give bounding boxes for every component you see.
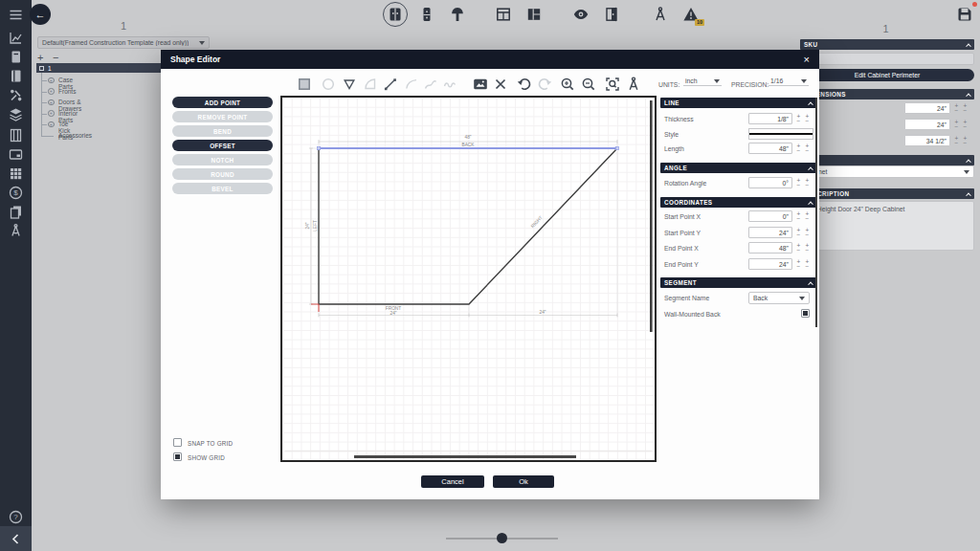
tall-cabinet-tool-icon[interactable] xyxy=(418,6,435,23)
delete-tool-icon[interactable] xyxy=(492,76,509,93)
dimension-depth-field[interactable]: 24" xyxy=(904,119,950,130)
start-point-x-field[interactable]: 0" xyxy=(748,210,792,222)
door-tool-icon[interactable] xyxy=(603,6,620,23)
add-point-button[interactable]: ADD POINT xyxy=(172,97,273,108)
layers-icon[interactable] xyxy=(8,106,24,122)
room-layout-tool-icon[interactable] xyxy=(525,6,543,23)
angle-section-header[interactable]: ANGLE xyxy=(660,163,816,173)
cabinet-icon[interactable] xyxy=(8,127,24,143)
dimensions-section-header[interactable]: DIMENSIONS xyxy=(800,89,974,99)
type-section-header[interactable] xyxy=(800,155,974,165)
tree-add-button[interactable]: + xyxy=(37,52,43,63)
expand-icon[interactable]: + xyxy=(48,88,55,95)
thickness-stepper[interactable] xyxy=(795,113,811,124)
precision-select[interactable]: 1/16 xyxy=(768,77,809,86)
shape-outline[interactable] xyxy=(319,148,617,304)
undo-icon[interactable] xyxy=(516,76,533,93)
edit-cabinet-perimeter-button[interactable]: Edit Cabinet Perimeter xyxy=(800,69,974,81)
end-point-y-field[interactable]: 24" xyxy=(748,258,792,270)
canvas-vertical-scrollbar[interactable] xyxy=(650,100,653,332)
bevel-button[interactable]: BEVEL xyxy=(172,183,273,194)
template-dropdown[interactable]: Default(Framed Construction Template (re… xyxy=(37,36,210,49)
dimension-height-field[interactable]: 34 1/2" xyxy=(904,135,950,146)
tree-remove-button[interactable]: − xyxy=(53,52,58,63)
dimension-stepper[interactable] xyxy=(953,119,969,130)
description-section-header[interactable]: DESCRIPTION xyxy=(800,188,974,199)
collapse-box-icon[interactable] xyxy=(39,66,44,71)
coordinates-section-header[interactable]: COORDINATES xyxy=(660,197,816,208)
canvas-horizontal-scrollbar[interactable] xyxy=(354,455,576,458)
vertex-handle[interactable] xyxy=(615,146,618,149)
expand-icon[interactable]: + xyxy=(48,99,55,106)
offset-button[interactable]: OFFSET xyxy=(172,140,273,151)
tools-icon[interactable] xyxy=(8,87,24,103)
dimension-stepper[interactable] xyxy=(953,102,969,114)
expand-icon[interactable]: + xyxy=(48,110,55,117)
book-icon[interactable] xyxy=(8,68,24,84)
remove-point-button[interactable]: REMOVE POINT xyxy=(172,111,273,122)
round-button[interactable]: ROUND xyxy=(172,168,273,180)
collapse-rail-icon[interactable] xyxy=(8,531,24,547)
zoom-in-icon[interactable] xyxy=(559,76,576,93)
close-icon[interactable]: × xyxy=(804,54,810,65)
copy-icon[interactable] xyxy=(8,204,24,220)
start-point-x-stepper[interactable] xyxy=(795,210,811,222)
properties-scrollbar[interactable] xyxy=(815,98,817,327)
line-style-preview[interactable] xyxy=(748,128,813,140)
drafting-compass-tool-icon[interactable] xyxy=(652,6,669,23)
tree-item[interactable]: Accessories xyxy=(58,132,92,139)
measure-tool-icon[interactable] xyxy=(625,76,642,93)
sku-section-header[interactable]: SKU xyxy=(800,39,974,50)
visibility-tool-icon[interactable] xyxy=(572,6,590,23)
redo-icon[interactable] xyxy=(536,76,553,93)
triangle-tool-icon[interactable] xyxy=(341,76,358,93)
chart-icon[interactable] xyxy=(8,30,24,46)
wall-elevation-tool-icon[interactable] xyxy=(495,6,512,23)
cabinet-front-tool-icon[interactable] xyxy=(387,6,404,23)
line-section-header[interactable]: LINE xyxy=(660,98,816,108)
image-tool-icon[interactable] xyxy=(472,76,489,93)
vertex-handle[interactable] xyxy=(317,146,320,149)
units-select[interactable]: inch xyxy=(683,77,722,86)
description-box[interactable]: Full Height Door 24" Deep Cabinet xyxy=(800,201,974,251)
end-point-x-stepper[interactable] xyxy=(795,242,811,253)
freeform-tool-icon[interactable] xyxy=(441,76,458,93)
grid-icon[interactable] xyxy=(8,165,24,182)
cabinet-type-dropdown[interactable]: Cabinet xyxy=(800,165,974,178)
tree-item[interactable]: Fronts xyxy=(58,88,76,95)
compass-icon[interactable] xyxy=(8,223,24,239)
ellipse-tool-icon[interactable] xyxy=(320,76,337,93)
sku-input[interactable] xyxy=(800,53,974,65)
zoom-out-icon[interactable] xyxy=(580,76,597,93)
end-point-y-stepper[interactable] xyxy=(795,258,811,270)
zoom-fit-icon[interactable] xyxy=(604,76,621,93)
shape-canvas[interactable]: 48" BACK 24" LEFT FRONT 24" 24" RIGHT xyxy=(280,96,657,462)
wall-mounted-back-checkbox[interactable] xyxy=(801,309,810,318)
dimension-width-field[interactable]: 24" xyxy=(904,102,950,114)
currency-icon[interactable]: $ xyxy=(8,185,24,201)
rotation-angle-field[interactable]: 0° xyxy=(748,177,792,188)
rotation-stepper[interactable] xyxy=(795,177,811,188)
expand-icon[interactable]: + xyxy=(48,121,55,128)
cancel-button[interactable]: Cancel xyxy=(421,475,484,488)
save-icon[interactable] xyxy=(956,6,973,23)
segment-name-dropdown[interactable]: Back xyxy=(748,292,810,304)
notch-button[interactable]: NOTCH xyxy=(172,154,273,165)
snap-to-grid-checkbox[interactable] xyxy=(173,438,182,447)
screen-icon[interactable] xyxy=(8,146,24,163)
start-point-y-stepper[interactable] xyxy=(795,227,811,238)
ok-button[interactable]: Ok xyxy=(493,475,554,488)
segment-section-header[interactable]: SEGMENT xyxy=(660,277,816,288)
show-grid-checkbox[interactable] xyxy=(173,452,182,461)
document-icon[interactable] xyxy=(8,49,24,65)
length-stepper[interactable] xyxy=(795,143,811,154)
tree-tool-icon[interactable] xyxy=(449,6,466,23)
start-point-y-field[interactable]: 24" xyxy=(748,227,792,238)
dimension-stepper[interactable] xyxy=(953,135,969,146)
end-point-x-field[interactable]: 48" xyxy=(748,242,792,253)
expand-icon[interactable]: + xyxy=(48,77,55,84)
thickness-field[interactable]: 1/8" xyxy=(748,113,792,124)
menu-icon[interactable] xyxy=(8,7,24,23)
warnings-tool-icon[interactable]: 10 xyxy=(682,6,700,23)
help-icon[interactable]: ? xyxy=(8,509,24,525)
